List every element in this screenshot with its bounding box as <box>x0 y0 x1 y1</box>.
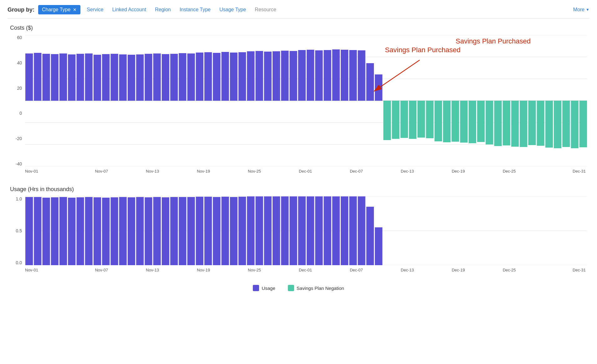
filter-linked-account[interactable]: Linked Account <box>112 7 146 13</box>
bar <box>537 101 544 146</box>
bar <box>366 63 374 101</box>
filter-instance-type[interactable]: Instance Type <box>180 7 211 13</box>
costs-chart-section: Costs ($) Savings Plan Purchased 60 40 2… <box>10 25 587 174</box>
usage-bar <box>76 197 84 265</box>
remove-filter-icon[interactable]: ✕ <box>73 7 77 12</box>
bar <box>68 54 75 101</box>
bar <box>545 101 553 148</box>
usage-bar <box>128 197 135 265</box>
usage-bar <box>145 197 152 265</box>
usage-bar <box>170 197 178 265</box>
costs-chart-body: Savings Plan Purchased Nov-01 Nov-07 Nov… <box>25 35 587 174</box>
usage-x-label-dec19: Dec-19 <box>433 268 484 272</box>
y-label-20: 20 <box>17 86 22 91</box>
bar <box>494 101 502 146</box>
x-label-dec31: Dec-31 <box>535 169 587 174</box>
usage-bar <box>324 196 331 265</box>
usage-bar <box>85 197 93 265</box>
usage-bar <box>59 197 67 265</box>
costs-x-axis: Nov-01 Nov-07 Nov-13 Nov-19 Nov-25 Dec-0… <box>25 168 587 174</box>
bar <box>136 54 144 101</box>
usage-bar <box>307 196 314 265</box>
usage-bar <box>281 196 288 265</box>
bar <box>469 101 476 143</box>
x-label-nov01: Nov-01 <box>25 169 76 174</box>
more-label: More <box>573 7 584 13</box>
usage-x-axis: Nov-01 Nov-07 Nov-13 Nov-19 Nov-25 Dec-0… <box>25 266 587 272</box>
bar <box>179 53 186 101</box>
y-label-0: 0 <box>19 111 22 116</box>
legend-swatch-savings <box>288 285 294 291</box>
bar <box>102 54 110 101</box>
usage-bar <box>264 196 272 265</box>
bar <box>51 54 59 101</box>
usage-x-label-dec31: Dec-31 <box>535 268 587 272</box>
y-label-60: 60 <box>17 35 22 40</box>
bar <box>571 101 579 148</box>
x-label-nov25: Nov-25 <box>229 169 280 174</box>
usage-chart-body: Nov-01 Nov-07 Nov-13 Nov-19 Nov-25 Dec-0… <box>25 196 587 272</box>
bar <box>315 50 323 101</box>
bar <box>409 101 416 139</box>
x-label-dec01: Dec-01 <box>280 169 331 174</box>
bar <box>85 53 93 101</box>
active-filter-chip[interactable]: Charge Type ✕ <box>38 5 80 14</box>
bar <box>290 51 297 101</box>
usage-bar <box>222 197 229 265</box>
usage-y-label-05: 0.5 <box>16 228 22 233</box>
usage-bar <box>230 197 237 265</box>
bar <box>477 101 485 142</box>
more-arrow-icon: ▼ <box>586 8 589 12</box>
x-label-dec13: Dec-13 <box>382 169 433 174</box>
bar <box>460 101 467 143</box>
usage-bar <box>42 198 50 265</box>
bar <box>426 101 433 138</box>
usage-bar <box>196 197 203 265</box>
bar <box>528 101 536 145</box>
x-label-dec07: Dec-07 <box>331 169 382 174</box>
usage-bar <box>341 196 348 265</box>
filter-resource[interactable]: Resource <box>255 7 276 13</box>
usage-bar <box>256 196 263 265</box>
usage-bar <box>366 207 374 265</box>
usage-y-label-0: 0.0 <box>16 260 22 265</box>
legend-swatch-usage <box>253 285 259 291</box>
bar <box>341 50 348 101</box>
filter-usage-type[interactable]: Usage Type <box>219 7 246 13</box>
x-label-dec25: Dec-25 <box>484 169 535 174</box>
bar <box>503 101 510 145</box>
usage-x-label-nov13: Nov-13 <box>127 268 178 272</box>
usage-bar <box>179 197 186 265</box>
usage-bar <box>298 196 306 265</box>
bar <box>145 54 152 101</box>
more-button[interactable]: More ▼ <box>573 7 589 13</box>
usage-bar <box>315 196 323 265</box>
bar <box>443 101 451 142</box>
bar <box>59 53 67 101</box>
usage-chart-svg <box>25 196 587 265</box>
usage-bar <box>110 197 118 265</box>
bar <box>170 54 178 101</box>
bar <box>34 53 41 101</box>
usage-chart-title: Usage (Hrs in thousands) <box>10 186 587 193</box>
bar <box>273 51 280 101</box>
y-label-40: 40 <box>17 60 22 65</box>
bar <box>332 49 340 101</box>
usage-x-label-dec07: Dec-07 <box>331 268 382 272</box>
bar <box>247 51 254 101</box>
bar <box>383 101 391 140</box>
legend-item-usage: Usage <box>253 285 275 291</box>
usage-bar <box>375 227 382 265</box>
filter-service[interactable]: Service <box>87 7 103 13</box>
usage-x-label-nov01: Nov-01 <box>25 268 76 272</box>
usage-bar <box>204 197 212 265</box>
bar <box>452 101 459 142</box>
filter-region[interactable]: Region <box>155 7 171 13</box>
legend-item-savings: Savings Plan Negation <box>288 285 344 291</box>
usage-bar <box>34 197 41 265</box>
bar <box>162 54 169 101</box>
bar <box>94 55 101 101</box>
y-label-n40: -40 <box>16 161 22 166</box>
usage-bar <box>349 196 357 265</box>
filter-links: Service Linked Account Region Instance T… <box>87 7 573 13</box>
